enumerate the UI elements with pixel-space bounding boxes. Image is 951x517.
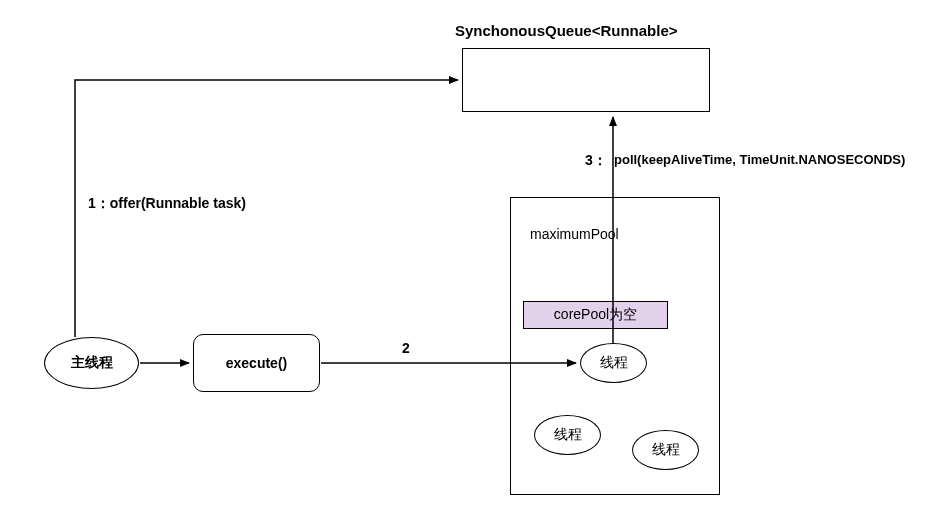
diagram-stage: { "title": "SynchonousQueue<Runnable>", …	[0, 0, 951, 517]
arrows-layer	[0, 0, 951, 517]
arrow-offer	[75, 80, 458, 337]
